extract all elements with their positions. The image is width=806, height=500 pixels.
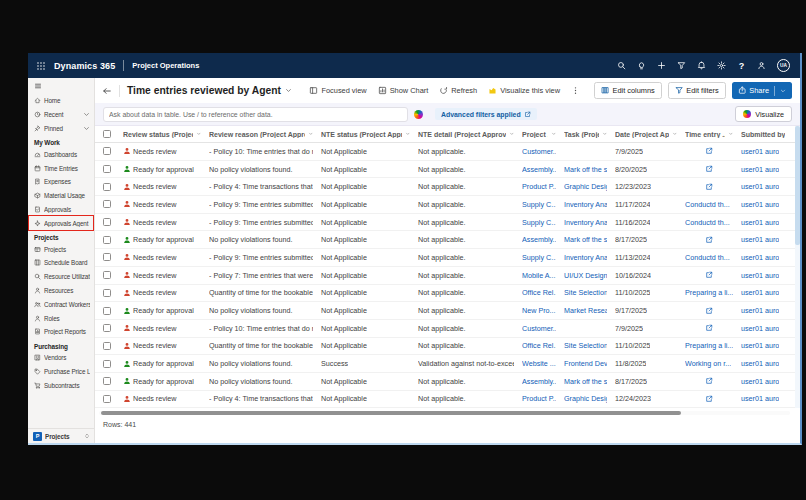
time-entry-cell[interactable]: Conductd th...: [681, 253, 737, 262]
sidebar-item-recent[interactable]: Recent: [28, 108, 94, 122]
copilot-ask-input[interactable]: [103, 107, 408, 122]
notifications-button[interactable]: [697, 61, 706, 70]
row-checkbox[interactable]: [103, 218, 111, 226]
time-entry-cell[interactable]: Working on r...: [681, 359, 737, 368]
project-link[interactable]: Supply C...: [518, 200, 560, 209]
project-link[interactable]: Supply C...: [518, 253, 560, 262]
sidebar-item-resource-utilization[interactable]: Resource Utilization: [28, 270, 94, 284]
column-header-nte-status-project-approval[interactable]: NTE status (Project Approval): [317, 131, 414, 138]
row-checkbox[interactable]: [103, 200, 111, 208]
time-entry-cell[interactable]: Conductd th...: [681, 200, 737, 209]
table-row[interactable]: Needs reviewQuantity of time for the boo…: [95, 338, 800, 356]
area-switcher[interactable]: P Projects: [28, 428, 94, 443]
task-link[interactable]: Mark off the s...: [560, 235, 611, 244]
time-entry-cell[interactable]: [681, 147, 737, 155]
table-row[interactable]: Needs review- Policy 9: Time entries sub…: [95, 249, 800, 267]
column-header-submitted-by[interactable]: Submitted by: [737, 131, 800, 138]
time-entry-cell[interactable]: [681, 271, 737, 279]
sidebar-item-contract-workers[interactable]: Contract Workers: [28, 297, 94, 311]
lightbulb-button[interactable]: [637, 61, 646, 70]
submitted-by-link[interactable]: user01 auro: [737, 324, 800, 333]
sidebar-item-approvals[interactable]: Approvals: [28, 203, 94, 217]
horizontal-scrollbar-thumb[interactable]: [101, 411, 681, 415]
search-button[interactable]: [617, 61, 626, 70]
vertical-scrollbar[interactable]: [795, 126, 800, 408]
table-row[interactable]: Needs reviewQuantity of time for the boo…: [95, 285, 800, 303]
task-link[interactable]: Inventory Anal...: [560, 253, 611, 262]
table-row[interactable]: Needs review- Policy 9: Time entries sub…: [95, 214, 800, 232]
row-checkbox[interactable]: [103, 360, 111, 368]
time-entry-cell[interactable]: Preparing a li...: [681, 288, 737, 297]
sidebar-item-subcontracts[interactable]: Subcontracts: [28, 378, 94, 392]
project-link[interactable]: Supply C...: [518, 218, 560, 227]
project-link[interactable]: Office Rel...: [518, 288, 560, 297]
sidebar-item-home[interactable]: Home: [28, 94, 94, 108]
table-row[interactable]: Needs review- Policy 7: Time entries tha…: [95, 267, 800, 285]
time-entry-cell[interactable]: Conductd th...: [681, 218, 737, 227]
project-link[interactable]: Customer...: [518, 147, 560, 156]
project-link[interactable]: New Pro...: [518, 306, 560, 315]
sidebar-item-time-entries[interactable]: Time Entries: [28, 161, 94, 175]
sidebar-item-material-usage[interactable]: Material Usage: [28, 189, 94, 203]
project-link[interactable]: Website ...: [518, 359, 560, 368]
time-entry-cell[interactable]: Preparing a li...: [681, 341, 737, 350]
task-link[interactable]: Market Resear...: [560, 306, 611, 315]
table-row[interactable]: Ready for approvalNo policy violations f…: [95, 302, 800, 320]
task-link[interactable]: Frontend Dev...: [560, 359, 611, 368]
visualize-this-view-button[interactable]: Visualize this view: [488, 86, 560, 95]
column-header-project[interactable]: Project ...: [518, 131, 560, 138]
column-header-time-entry[interactable]: Time entry ...: [681, 131, 737, 138]
table-row[interactable]: Ready for approvalNo policy violations f…: [95, 231, 800, 249]
project-link[interactable]: Mobile A...: [518, 271, 560, 280]
submitted-by-link[interactable]: user01 auro: [737, 235, 800, 244]
project-link[interactable]: Office Rel...: [518, 341, 560, 350]
sidebar-item-schedule-board[interactable]: Schedule Board: [28, 256, 94, 270]
table-row[interactable]: Needs review- Policy 9: Time entries sub…: [95, 196, 800, 214]
row-checkbox[interactable]: [103, 165, 111, 173]
row-checkbox[interactable]: [103, 147, 111, 155]
sidebar-item-purchase-price-lists[interactable]: Purchase Price Lists: [28, 365, 94, 379]
time-entry-cell[interactable]: [681, 324, 737, 332]
column-header-date-project-appro[interactable]: Date (Project Appro...: [611, 131, 681, 138]
project-link[interactable]: Customer...: [518, 324, 560, 333]
table-row[interactable]: Ready for approvalNo policy violations f…: [95, 355, 800, 373]
project-link[interactable]: Assembly...: [518, 165, 560, 174]
table-row[interactable]: Needs review- Policy 10: Time entries th…: [95, 143, 800, 161]
time-entry-cell[interactable]: [681, 377, 737, 385]
row-checkbox[interactable]: [103, 395, 111, 403]
task-link[interactable]: Graphic Design: [560, 394, 611, 403]
project-link[interactable]: Assembly...: [518, 377, 560, 386]
sidebar-toggle-button[interactable]: [34, 82, 42, 90]
task-link[interactable]: Mark off the s...: [560, 377, 611, 386]
sidebar-item-project-reports[interactable]: Project Reports: [28, 325, 94, 339]
submitted-by-link[interactable]: user01 auro: [737, 165, 800, 174]
more-commands-button[interactable]: [571, 86, 580, 95]
submitted-by-link[interactable]: user01 auro: [737, 218, 800, 227]
sidebar-item-approvals-agent[interactable]: Approvals Agent (...: [28, 216, 94, 230]
project-link[interactable]: Product P...: [518, 394, 560, 403]
task-link[interactable]: UI/UX Design: [560, 271, 611, 280]
task-link[interactable]: Site Selection: [560, 341, 611, 350]
submitted-by-link[interactable]: user01 auro: [737, 377, 800, 386]
app-name[interactable]: Project Operations: [132, 61, 199, 70]
filter-button[interactable]: [677, 61, 686, 70]
row-checkbox[interactable]: [103, 342, 111, 350]
horizontal-scrollbar[interactable]: [99, 411, 790, 415]
submitted-by-link[interactable]: user01 auro: [737, 288, 800, 297]
project-link[interactable]: Assembly...: [518, 235, 560, 244]
task-link[interactable]: Inventory Anal...: [560, 218, 611, 227]
submitted-by-link[interactable]: user01 auro: [737, 271, 800, 280]
table-row[interactable]: Ready for approvalNo policy violations f…: [95, 373, 800, 391]
submitted-by-link[interactable]: user01 auro: [737, 306, 800, 315]
time-entry-cell[interactable]: [681, 183, 737, 191]
focused-view-button[interactable]: Focused view: [309, 86, 366, 95]
copilot-icon[interactable]: [414, 110, 423, 119]
app-launcher-button[interactable]: [36, 61, 54, 71]
task-link[interactable]: Site Selection: [560, 288, 611, 297]
row-checkbox[interactable]: [103, 271, 111, 279]
help-button[interactable]: ?: [737, 61, 746, 70]
submitted-by-link[interactable]: user01 auro: [737, 394, 800, 403]
add-button[interactable]: [657, 61, 666, 70]
row-checkbox[interactable]: [103, 377, 111, 385]
sidebar-item-expenses[interactable]: Expenses: [28, 175, 94, 189]
